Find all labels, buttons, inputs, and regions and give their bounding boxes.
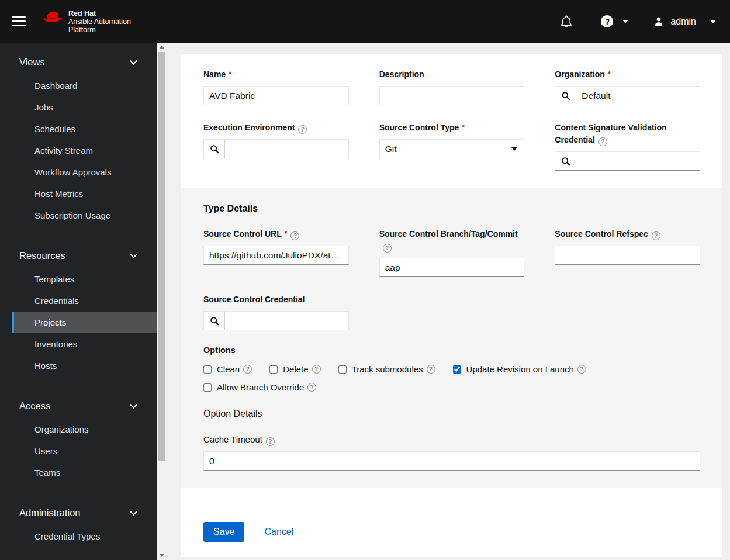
help-icon[interactable]: ? xyxy=(266,437,275,446)
sidebar-item-jobs[interactable]: Jobs xyxy=(12,96,157,118)
sidebar-item-hosts[interactable]: Hosts xyxy=(12,355,157,376)
source-control-branch-label: Source Control Branch/Tag/Commit? xyxy=(379,228,525,253)
brand-line2: Ansible Automation xyxy=(68,18,131,26)
brand-line3: Platform xyxy=(68,26,131,34)
content-signature-search-button[interactable] xyxy=(555,151,576,171)
source-control-credential-label: Source Control Credential xyxy=(203,293,349,306)
nav-group-header-administration[interactable]: Administration xyxy=(0,502,157,526)
help-icon[interactable]: ? xyxy=(577,365,586,374)
execution-environment-field-group: Execution Environment? xyxy=(203,122,349,158)
required-asterisk: * xyxy=(229,70,231,78)
source-control-refspec-label: Source Control Refspec? xyxy=(555,228,700,240)
clean-checkbox-item[interactable]: Clean ? xyxy=(203,364,252,374)
source-control-url-field-group: Source Control URL*? xyxy=(203,228,349,265)
sidebar-item-inventories[interactable]: Inventories xyxy=(12,333,157,355)
help-icon[interactable]: ? xyxy=(383,244,392,253)
scrollbar-up-arrow-icon[interactable] xyxy=(159,46,165,49)
scrollbar-down-arrow-icon[interactable] xyxy=(159,554,165,557)
delete-checkbox-item[interactable]: Delete ? xyxy=(269,364,320,374)
sidebar-item-activity-stream[interactable]: Activity Stream xyxy=(12,140,157,161)
source-control-url-input[interactable] xyxy=(203,246,349,265)
help-icon[interactable]: ? xyxy=(290,231,299,240)
sidebar-item-users[interactable]: Users xyxy=(12,440,157,462)
save-button[interactable]: Save xyxy=(203,522,244,542)
sidebar-nav: Views Dashboard Jobs Schedules Activity … xyxy=(0,43,157,560)
required-asterisk: * xyxy=(608,70,611,78)
cache-timeout-input[interactable] xyxy=(203,451,700,471)
execution-environment-search-button[interactable] xyxy=(203,139,225,158)
name-input[interactable] xyxy=(203,86,349,105)
username-label: admin xyxy=(670,16,696,27)
required-asterisk: * xyxy=(285,230,288,238)
source-control-credential-input[interactable] xyxy=(225,311,349,330)
execution-environment-input[interactable] xyxy=(225,139,349,158)
sidebar-item-projects[interactable]: Projects xyxy=(12,312,157,333)
nav-group-resources: Resources Templates Credentials Projects… xyxy=(0,236,157,386)
chevron-down-icon xyxy=(130,508,137,516)
organization-field-group: Organization* xyxy=(555,68,700,105)
cache-timeout-label: Cache Timeout? xyxy=(203,433,700,446)
sidebar-item-templates[interactable]: Templates xyxy=(12,268,157,290)
sidebar-item-schedules[interactable]: Schedules xyxy=(12,118,157,140)
organization-input[interactable] xyxy=(576,86,700,105)
user-dropdown-caret-icon[interactable] xyxy=(710,20,716,23)
help-icon[interactable]: ? xyxy=(427,365,435,374)
notifications-bell-icon[interactable] xyxy=(560,15,573,29)
help-icon[interactable]: ? xyxy=(307,383,316,392)
source-control-refspec-field-group: Source Control Refspec? xyxy=(555,228,700,265)
source-control-credential-search-button[interactable] xyxy=(203,311,225,330)
source-control-branch-input[interactable] xyxy=(379,258,525,277)
allow-branch-override-checkbox-item[interactable]: Allow Branch Override ? xyxy=(203,382,700,392)
sidebar-item-teams[interactable]: Teams xyxy=(12,462,157,483)
nav-group-views: Views Dashboard Jobs Schedules Activity … xyxy=(0,43,157,236)
sidebar-item-subscription-usage[interactable]: Subscription Usage xyxy=(12,205,157,226)
update-revision-checkbox-item[interactable]: Update Revision on Launch ? xyxy=(453,364,586,374)
required-asterisk: * xyxy=(462,123,465,132)
help-question-icon[interactable]: ? xyxy=(601,15,613,27)
search-icon xyxy=(561,157,570,166)
sidebar-scrollbar[interactable] xyxy=(157,43,167,560)
sidebar-item-credential-types[interactable]: Credential Types xyxy=(12,526,157,547)
scrollbar-thumb[interactable] xyxy=(158,52,165,461)
clean-checkbox[interactable] xyxy=(203,365,212,374)
delete-checkbox[interactable] xyxy=(269,365,278,374)
content-signature-input[interactable] xyxy=(576,151,700,171)
sidebar-item-workflow-approvals[interactable]: Workflow Approvals xyxy=(12,161,157,183)
nav-group-header-access[interactable]: Access xyxy=(0,395,157,419)
cancel-button[interactable]: Cancel xyxy=(264,527,293,537)
sidebar-item-host-metrics[interactable]: Host Metrics xyxy=(12,183,157,205)
source-control-type-value[interactable] xyxy=(379,139,525,158)
description-input[interactable] xyxy=(379,86,525,105)
sidebar-item-dashboard[interactable]: Dashboard xyxy=(12,75,157,96)
allow-branch-override-checkbox[interactable] xyxy=(203,383,212,392)
source-control-type-select[interactable] xyxy=(379,139,525,158)
help-icon[interactable]: ? xyxy=(243,365,252,374)
main-content: Name* Description Organization* xyxy=(167,43,730,560)
help-icon[interactable]: ? xyxy=(652,231,660,240)
chevron-down-icon xyxy=(130,251,137,258)
nav-group-administration: Administration Credential Types xyxy=(0,493,157,556)
nav-group-header-views[interactable]: Views xyxy=(0,51,157,75)
nav-group-header-resources[interactable]: Resources xyxy=(0,244,157,268)
search-icon xyxy=(561,91,570,101)
help-dropdown-caret-icon[interactable] xyxy=(622,20,628,23)
source-control-refspec-input[interactable] xyxy=(555,246,700,265)
sidebar-item-credentials[interactable]: Credentials xyxy=(12,290,157,312)
nav-toggle-hamburger-icon[interactable] xyxy=(12,16,26,26)
track-submodules-checkbox[interactable] xyxy=(338,365,347,374)
user-menu[interactable]: admin xyxy=(653,16,716,27)
organization-search-button[interactable] xyxy=(555,86,576,105)
chevron-down-icon xyxy=(130,401,137,409)
update-revision-checkbox[interactable] xyxy=(453,365,461,374)
project-edit-form-card: Name* Description Organization* xyxy=(181,54,722,557)
description-field-group: Description xyxy=(379,68,525,105)
help-icon[interactable]: ? xyxy=(598,137,607,146)
help-icon[interactable]: ? xyxy=(312,365,321,374)
description-label: Description xyxy=(379,68,525,81)
redhat-fedora-icon xyxy=(41,9,64,26)
help-icon[interactable]: ? xyxy=(298,125,307,134)
sidebar-item-organizations[interactable]: Organizations xyxy=(12,419,157,440)
source-control-credential-field-group: Source Control Credential xyxy=(203,293,349,330)
brand-text: Red Hat Ansible Automation Platform xyxy=(68,9,131,34)
track-submodules-checkbox-item[interactable]: Track submodules ? xyxy=(338,364,435,374)
